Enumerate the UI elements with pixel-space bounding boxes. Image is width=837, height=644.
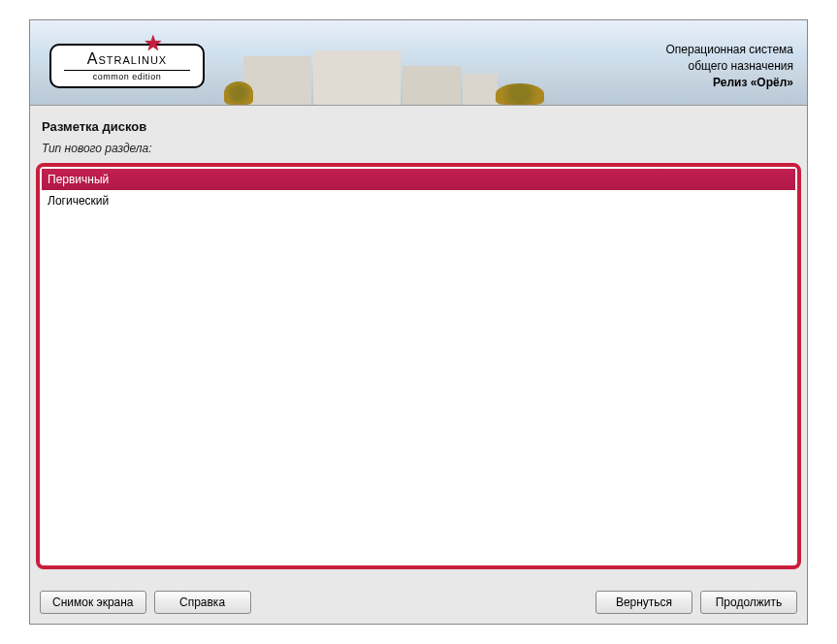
help-button[interactable]: Справка (154, 591, 251, 614)
banner-line3: Релиз «Орёл» (665, 75, 793, 91)
option-primary[interactable]: Первичный (42, 169, 795, 190)
spacer (259, 591, 588, 614)
screenshot-button[interactable]: Снимок экрана (40, 591, 146, 614)
content-area: Разметка дисков Тип нового раздела: Перв… (30, 106, 807, 585)
option-logical[interactable]: Логический (42, 190, 795, 211)
installer-window: ★ Astralinux common edition Операционная… (29, 19, 808, 625)
banner-line2: общего назначения (665, 58, 793, 75)
banner: ★ Astralinux common edition Операционная… (30, 20, 807, 106)
logo-edition: common edition (64, 70, 190, 81)
partition-type-list: Первичный Логический (36, 163, 801, 569)
astralinux-logo: ★ Astralinux common edition (49, 44, 205, 88)
city-skyline (224, 47, 516, 105)
button-bar: Снимок экрана Справка Вернуться Продолжи… (30, 585, 807, 624)
banner-text: Операционная система общего назначения Р… (665, 42, 793, 90)
continue-button[interactable]: Продолжить (700, 591, 797, 614)
prompt-label: Тип нового раздела: (42, 142, 795, 155)
back-button[interactable]: Вернуться (596, 591, 692, 614)
banner-line1: Операционная система (665, 42, 793, 58)
list-filler (42, 211, 795, 564)
page-title: Разметка дисков (42, 119, 795, 134)
star-icon: ★ (144, 31, 163, 56)
